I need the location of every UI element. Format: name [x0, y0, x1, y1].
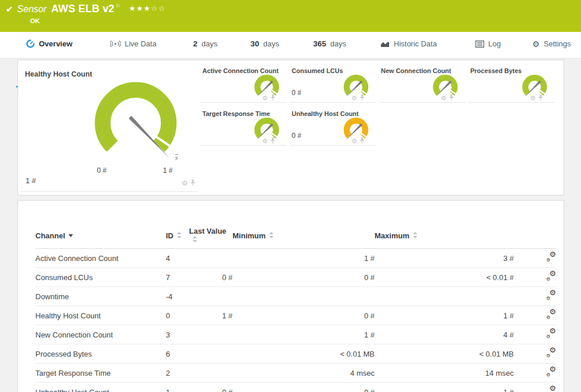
tab-label: days: [202, 39, 217, 48]
tab-overview[interactable]: Overview: [26, 32, 72, 56]
channel-last-value: [189, 344, 233, 364]
gauge-pin-icon[interactable]: [538, 93, 543, 103]
channel-last-value: [189, 249, 233, 268]
sort-icon: [192, 236, 197, 243]
channel-settings-icon[interactable]: ⚙⚙: [546, 387, 556, 392]
table-header-row: Channel ID Last Value Minimum Maximum: [35, 223, 556, 249]
log-icon: [475, 41, 484, 48]
gauge-settings-gear-icon[interactable]: ⚙: [530, 95, 536, 101]
gauge-pin-icon[interactable]: [190, 178, 195, 188]
channel-name: Consumed LCUs: [35, 268, 166, 287]
channel-maximum: 1 #: [375, 306, 514, 325]
gear-icon: ⚙: [532, 40, 540, 48]
gauge-settings-gear-icon[interactable]: ⚙: [441, 95, 446, 101]
sensor-status-text: OK: [30, 17, 40, 24]
channel-name: Active Connection Count: [35, 249, 166, 268]
channel-id: 6: [166, 344, 189, 364]
gauge-settings-gear-icon[interactable]: ⚙: [262, 95, 268, 101]
small-gauge-panel: Active Connection Count⚙: [201, 63, 286, 103]
tab-settings[interactable]: ⚙Settings: [532, 32, 571, 56]
object-kind-label: Sensor: [17, 4, 47, 14]
tab-log[interactable]: Log: [475, 32, 501, 56]
channel-last-value: 0 #: [189, 268, 233, 287]
column-header-maximum[interactable]: Maximum: [375, 223, 514, 249]
channel-maximum: 4 #: [375, 325, 514, 344]
gauge-scale-max: 1 #: [163, 166, 173, 175]
tab-live-data[interactable]: Live Data: [110, 32, 157, 56]
small-gauge-panel: New Connection Count⚙: [379, 63, 465, 103]
channel-last-value: [189, 287, 233, 306]
channel-minimum: 4 msec: [233, 364, 375, 383]
tab-2-days[interactable]: 2days: [193, 32, 217, 56]
gauge-settings-gear-icon[interactable]: ⚙: [351, 138, 357, 144]
small-gauge-panel: Unhealthy Host Count0 #⚙: [290, 106, 376, 146]
flag-icon[interactable]: ⚐: [115, 3, 121, 9]
gauge-pin-icon[interactable]: [449, 93, 454, 103]
channel-maximum: < 0.01 MB: [375, 344, 514, 364]
tab-label: days: [331, 39, 346, 48]
table-row: Processed Bytes6< 0.01 MB< 0.01 MB⚙⚙: [35, 344, 556, 364]
tab-bar: OverviewLive Data2days30days365daysHisto…: [0, 32, 581, 59]
mean-marker: x: [175, 155, 178, 161]
small-gauge-panel: Processed Bytes⚙: [469, 63, 554, 103]
gauge-pin-icon[interactable]: [270, 136, 275, 146]
column-header-id[interactable]: ID: [166, 223, 189, 249]
tab-30-days[interactable]: 30days: [250, 32, 279, 56]
column-header-channel[interactable]: Channel: [35, 223, 166, 249]
column-header-last-value[interactable]: Last Value: [189, 223, 233, 249]
table-row: New Connection Count31 #4 #⚙⚙: [35, 325, 556, 344]
status-check-icon: ✔: [6, 4, 13, 14]
table-row: Active Connection Count41 #3 #⚙⚙: [35, 249, 556, 268]
channel-name: Healthy Host Count: [35, 306, 166, 325]
channel-minimum: 0 #: [233, 306, 375, 325]
primary-gauge-value: 1 #: [26, 176, 36, 185]
channel-table-card: Channel ID Last Value Minimum Maximum Ac…: [17, 200, 564, 392]
channel-settings-icon[interactable]: ⚙⚙: [546, 368, 556, 377]
tab-label: Historic Data: [394, 39, 437, 48]
gauge-settings-gear-icon[interactable]: ⚙: [351, 95, 357, 101]
channel-settings-icon[interactable]: ⚙⚙: [546, 291, 556, 300]
gauge-value: 0 #: [292, 89, 302, 97]
primary-gauge: [85, 69, 189, 176]
channel-settings-icon[interactable]: ⚙⚙: [546, 310, 556, 320]
area-chart-icon: [380, 40, 390, 48]
small-gauge-panel: Consumed LCUs0 #⚙: [290, 63, 376, 103]
tab-label: Live Data: [125, 39, 157, 48]
channel-id: 1: [166, 383, 189, 392]
small-gauge-panel: Target Response Time⚙: [201, 106, 286, 146]
channel-id: 7: [166, 268, 189, 287]
tab-historic-data[interactable]: Historic Data: [380, 32, 437, 56]
gauge-pin-icon[interactable]: [270, 93, 275, 103]
column-header-minimum[interactable]: Minimum: [233, 223, 375, 249]
channel-id: -4: [166, 287, 189, 306]
channel-settings-icon[interactable]: ⚙⚙: [546, 272, 556, 281]
tab-label: days: [263, 39, 279, 48]
sort-desc-icon: [68, 234, 73, 237]
table-row: Downtime-4⚙⚙: [35, 287, 556, 306]
gauge-pin-icon[interactable]: [360, 136, 365, 146]
channel-minimum: 0 #: [233, 268, 375, 287]
channel-settings-icon[interactable]: ⚙⚙: [546, 349, 556, 358]
tab-365-days[interactable]: 365days: [313, 32, 346, 56]
channel-id: 3: [166, 325, 189, 344]
primary-gauge-title: Healthy Host Count: [25, 70, 92, 78]
gauge-pin-icon[interactable]: [360, 93, 365, 103]
table-row: Unhealthy Host Count10 #0 #1 #⚙⚙: [35, 383, 556, 392]
primary-gauge-panel: Healthy Host Count 0 # 1 # x 1 # ⚙: [21, 63, 198, 192]
channel-id: 4: [166, 249, 189, 268]
channel-settings-icon[interactable]: ⚙⚙: [546, 253, 556, 262]
sensor-title: AWS ELB v2: [51, 3, 114, 15]
tab-number: 2: [193, 39, 198, 48]
gauge-settings-gear-icon[interactable]: ⚙: [262, 138, 268, 144]
channel-name: Unhealthy Host Count: [35, 383, 166, 392]
gauge-title: Consumed LCUs: [292, 67, 343, 74]
channel-minimum: 1 #: [233, 325, 375, 344]
sort-icon: [412, 232, 417, 239]
sensor-status-bar: ✔ Sensor AWS ELB v2 ⚐ ★★★☆☆ OK: [0, 0, 581, 32]
channel-last-value: [189, 325, 233, 344]
channel-settings-icon[interactable]: ⚙⚙: [546, 329, 556, 339]
gauge-settings-gear-icon[interactable]: ⚙: [181, 180, 188, 187]
channel-minimum: 0 #: [233, 383, 375, 392]
table-row: Target Response Time24 msec14 msec⚙⚙: [35, 364, 556, 383]
priority-stars[interactable]: ★★★☆☆: [129, 4, 165, 13]
